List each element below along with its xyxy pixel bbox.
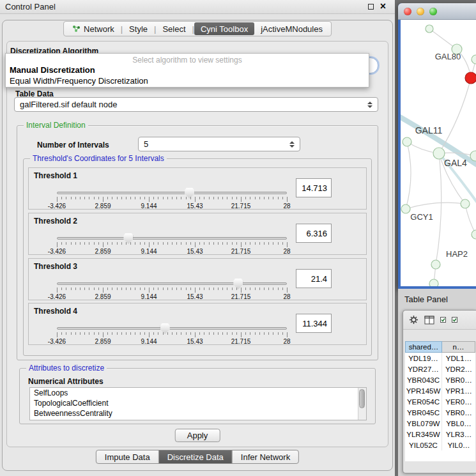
table-cell[interactable]: YIL052C — [405, 440, 442, 450]
tick-mark — [71, 242, 72, 245]
table-cell[interactable]: YER0… — [442, 396, 475, 407]
node-label: GAL4 — [444, 158, 467, 168]
apply-button[interactable]: Apply — [175, 429, 220, 442]
dropdown-option-manual[interactable]: Manual Discretization — [10, 65, 95, 75]
numerical-attributes-list[interactable]: SelfLoopsTopologicalCoefficientBetweenne… — [29, 387, 367, 420]
tick-mark — [195, 242, 196, 247]
network-node[interactable] — [429, 279, 438, 286]
table-row[interactable]: YLR345WYLR3… — [405, 429, 475, 440]
minimize-traffic-light-icon[interactable] — [417, 8, 424, 15]
table-cell[interactable]: YLR3… — [442, 429, 475, 440]
close-icon[interactable]: × — [380, 2, 386, 11]
scrollbar[interactable] — [358, 388, 366, 420]
number-of-intervals-select[interactable]: 5 — [138, 137, 300, 151]
table-cell[interactable]: YER054C — [405, 396, 442, 407]
gear-icon[interactable] — [409, 315, 418, 325]
tick-mark — [121, 332, 122, 335]
table-cell[interactable]: YBR0… — [442, 374, 475, 385]
threshold-value-field[interactable]: 6.316 — [296, 224, 332, 243]
scrollbar-thumb[interactable] — [359, 389, 365, 408]
table-cell[interactable]: YIL0… — [442, 440, 475, 450]
threshold-slider[interactable] — [57, 282, 287, 285]
table-cell[interactable]: YDR27… — [405, 364, 442, 374]
tick-mark — [98, 332, 99, 335]
close-traffic-light-icon[interactable] — [404, 8, 411, 15]
network-canvas[interactable]: GAL80GAL11GAL4GCY1HAP2 — [401, 20, 476, 286]
network-edge[interactable] — [406, 203, 465, 209]
network-svg[interactable]: GAL80GAL11GAL4GCY1HAP2 — [401, 20, 476, 286]
network-node-selected[interactable] — [465, 72, 476, 84]
interval-definition-title: Interval Definition — [24, 121, 88, 130]
checkbox-icon[interactable] — [452, 317, 457, 323]
dropdown-option-equal-width[interactable]: Equal Width/Frequency Discretization — [10, 76, 148, 86]
network-node[interactable] — [472, 230, 476, 239]
table-cell[interactable]: YBL0… — [442, 418, 475, 429]
scale-label: 21.715 — [231, 203, 251, 210]
table-cell[interactable]: YBR0… — [442, 407, 475, 418]
table-row[interactable]: YER054CYER0… — [405, 396, 475, 407]
tab-discretize-data[interactable]: Discretize Data — [159, 450, 233, 463]
threshold-slider[interactable] — [57, 237, 287, 240]
network-node[interactable] — [426, 25, 433, 33]
network-node[interactable] — [472, 55, 476, 64]
checkbox-icon[interactable] — [440, 317, 446, 323]
tick-mark — [167, 242, 168, 245]
threshold-panel-3: Threshold 3 -3.4262.8599.14415.4321.7152… — [28, 258, 367, 300]
network-node[interactable] — [401, 204, 410, 213]
tick-mark — [172, 332, 173, 335]
table-cell[interactable]: YDL1… — [442, 353, 475, 364]
tick-mark — [140, 242, 141, 245]
network-edge[interactable] — [465, 204, 476, 234]
column-header-shared[interactable]: shared… — [405, 341, 442, 353]
tab-infer-network[interactable]: Infer Network — [233, 450, 298, 463]
scale-label: -3.426 — [48, 293, 66, 300]
table-cell[interactable]: YPR1… — [442, 385, 475, 396]
network-node[interactable] — [403, 137, 411, 146]
tab-select[interactable]: Select — [156, 22, 192, 35]
threshold-value-field[interactable]: 14.713 — [296, 178, 332, 197]
table-cell[interactable]: YLR345W — [405, 429, 442, 440]
attribute-item[interactable]: BetweennessCentrality — [30, 408, 366, 418]
table-panel-zone: Table Panel — [398, 289, 476, 476]
table-row[interactable]: YBR045CYBR0… — [405, 407, 475, 418]
threshold-value-field[interactable]: 11.344 — [296, 314, 332, 333]
tick-mark — [117, 288, 118, 290]
table-row[interactable]: YDR27…YDR2… — [405, 364, 475, 374]
threshold-panel-1: Threshold 1 -3.4262.8599.14415.4321.7152… — [28, 167, 367, 210]
tab-style[interactable]: Style — [123, 22, 154, 35]
tab-impute-data[interactable]: Impute Data — [96, 450, 159, 463]
tab-jactivemnodules[interactable]: jActiveMNodules — [254, 22, 329, 35]
table-cell[interactable]: YBL079W — [405, 418, 442, 429]
table-row[interactable]: YBR043CYBR0… — [405, 374, 475, 385]
network-window-titlebar[interactable] — [398, 3, 476, 20]
attribute-item[interactable]: TopologicalCoefficient — [30, 398, 366, 408]
tab-cyni-toolbox[interactable]: Cyni Toolbox — [194, 22, 254, 35]
network-node[interactable] — [461, 199, 470, 208]
threshold-value-field[interactable]: 21.4 — [296, 269, 332, 288]
tab-network[interactable]: Network — [66, 22, 121, 35]
zoom-traffic-light-icon[interactable] — [429, 8, 437, 15]
table-row[interactable]: YDL19…YDL1… — [405, 353, 475, 364]
table-row[interactable]: YBL079WYBL0… — [405, 418, 475, 429]
table-cell[interactable]: YBR043C — [405, 374, 442, 385]
column-header-name[interactable]: n… — [442, 341, 475, 353]
threshold-slider[interactable] — [57, 192, 287, 194]
float-window-icon[interactable] — [368, 4, 374, 10]
table-data-select[interactable]: galFiltered.sif default node — [14, 97, 378, 112]
network-edge[interactable] — [436, 153, 441, 265]
control-panel-titlebar[interactable]: Control Panel × — [0, 0, 395, 14]
columns-icon[interactable] — [424, 316, 434, 325]
network-node[interactable] — [431, 260, 440, 269]
attribute-item[interactable]: SelfLoops — [30, 388, 366, 398]
tick-mark — [71, 288, 72, 290]
table-cell[interactable]: YPR145W — [405, 385, 442, 396]
tick-mark — [195, 332, 196, 337]
network-edge[interactable] — [406, 142, 411, 209]
network-node[interactable] — [433, 148, 445, 159]
threshold-slider[interactable] — [57, 327, 287, 330]
table-cell[interactable]: YDR2… — [442, 364, 475, 374]
table-row[interactable]: YPR145WYPR1… — [405, 385, 475, 396]
table-row[interactable]: YIL052CYIL0… — [405, 440, 475, 450]
table-cell[interactable]: YDL19… — [405, 353, 442, 364]
table-cell[interactable]: YBR045C — [405, 407, 442, 418]
